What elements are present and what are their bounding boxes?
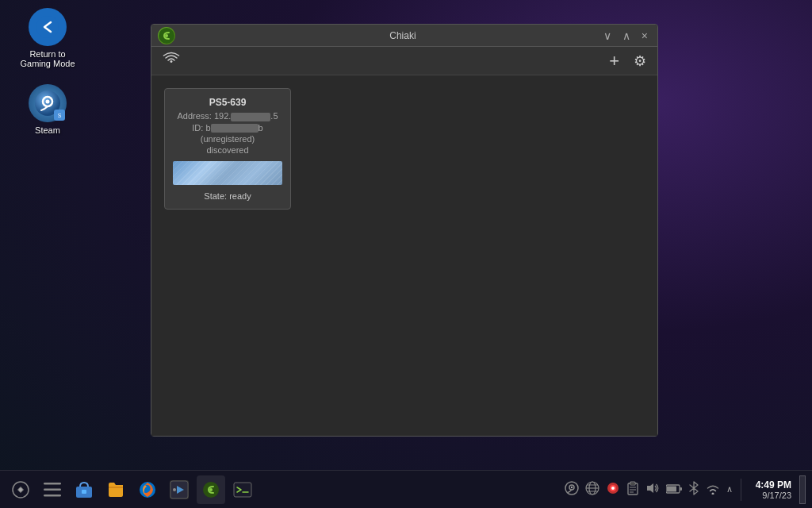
- svg-rect-43: [680, 487, 682, 491]
- toolbar-right: + ⚙: [606, 51, 649, 71]
- svg-rect-12: [44, 495, 61, 497]
- svg-rect-11: [44, 488, 61, 491]
- tray-separator: [741, 479, 741, 501]
- expand-tray-icon[interactable]: ∧: [726, 484, 733, 495]
- close-button[interactable]: ×: [638, 29, 651, 43]
- bluetooth-tray-icon[interactable]: [688, 481, 699, 498]
- ps5-card-name: PS5-639: [209, 97, 247, 108]
- steam-tray-icon[interactable]: [565, 481, 579, 498]
- taskbar-store[interactable]: [70, 475, 98, 504]
- svg-point-7: [165, 34, 168, 37]
- steam-icon-label: Steam: [35, 125, 60, 135]
- taskbar-files[interactable]: [102, 475, 130, 504]
- svg-rect-37: [630, 483, 635, 485]
- taskbar-left: [6, 475, 565, 504]
- taskbar-firefox[interactable]: [133, 475, 162, 504]
- steam-badge: S: [54, 110, 65, 121]
- return-icon-label: Return to: [29, 49, 65, 59]
- maximize-button[interactable]: ∧: [619, 29, 634, 43]
- svg-text:S: S: [58, 113, 62, 118]
- window-content: PS5-639 Address: 192. .5 ID: b b (unregi…: [151, 75, 657, 436]
- window-title: Chiaki: [205, 30, 600, 41]
- steam-icon-image: S: [29, 84, 67, 122]
- ps5-card-banner: [173, 161, 282, 185]
- ps5-card-state: State: ready: [204, 191, 251, 201]
- recording-tray-icon[interactable]: [606, 481, 620, 498]
- ps5-card-address: Address: 192. .5: [177, 111, 278, 121]
- settings-button[interactable]: ⚙: [630, 51, 649, 71]
- taskbar-right: ∧ 4:49 PM 9/17/23: [565, 475, 806, 504]
- clipboard-tray-icon[interactable]: [626, 481, 639, 498]
- svg-point-3: [46, 100, 50, 104]
- taskbar-gaming-mode[interactable]: [6, 475, 35, 504]
- svg-point-44: [711, 492, 714, 495]
- taskbar: ∧ 4:49 PM 9/17/23: [0, 470, 812, 508]
- battery-tray-icon[interactable]: [666, 483, 682, 496]
- ps5-card-id: ID: b b: [192, 123, 262, 133]
- wifi-button[interactable]: [159, 50, 183, 71]
- network-tray-icon[interactable]: [585, 481, 599, 498]
- svg-point-21: [209, 488, 213, 491]
- chiaki-window: Chiaki ∨ ∧ × + ⚙ PS: [151, 24, 658, 437]
- clock-area[interactable]: 4:49 PM 9/17/23: [756, 479, 791, 500]
- ps5-card-discovered: discovered: [206, 145, 248, 155]
- window-controls: ∨ ∧ ×: [600, 29, 651, 43]
- return-icon-image: [29, 8, 67, 46]
- svg-point-34: [611, 487, 615, 490]
- id-redacted: [211, 124, 259, 133]
- chiaki-app-icon: [158, 27, 175, 44]
- svg-rect-22: [234, 483, 251, 497]
- desktop-icons: Return to Gaming Mode: [16, 8, 79, 135]
- wifi-tray-icon[interactable]: [706, 483, 720, 497]
- taskbar-media[interactable]: [165, 475, 193, 504]
- add-console-button[interactable]: +: [606, 51, 622, 71]
- window-titlebar: Chiaki ∨ ∧ ×: [151, 25, 657, 47]
- return-to-gaming-icon[interactable]: Return to Gaming Mode: [16, 8, 79, 68]
- svg-rect-14: [82, 490, 86, 494]
- steam-desktop-icon[interactable]: S Steam: [16, 84, 79, 135]
- taskbar-menu[interactable]: [38, 475, 67, 504]
- minimize-button[interactable]: ∨: [600, 29, 615, 43]
- clock-date: 9/17/23: [762, 491, 791, 500]
- return-icon-label2: Gaming Mode: [20, 59, 75, 68]
- ps5-card-unregistered: (unregistered): [201, 134, 255, 144]
- show-desktop-button[interactable]: [799, 475, 806, 504]
- toolbar-left: [159, 50, 183, 71]
- svg-point-9: [19, 488, 22, 491]
- svg-point-19: [173, 488, 176, 491]
- svg-point-0: [36, 16, 59, 38]
- svg-rect-10: [44, 483, 61, 485]
- clock-time: 4:49 PM: [756, 479, 791, 491]
- address-redacted: [231, 113, 270, 121]
- volume-tray-icon[interactable]: [645, 482, 660, 497]
- ps5-card[interactable]: PS5-639 Address: 192. .5 ID: b b (unregi…: [164, 88, 291, 210]
- window-toolbar: + ⚙: [151, 47, 657, 75]
- taskbar-terminal[interactable]: [228, 475, 257, 504]
- svg-point-26: [570, 487, 572, 488]
- system-tray-icons: ∧: [565, 481, 733, 498]
- svg-rect-42: [667, 486, 676, 491]
- taskbar-chiaki[interactable]: [197, 475, 225, 504]
